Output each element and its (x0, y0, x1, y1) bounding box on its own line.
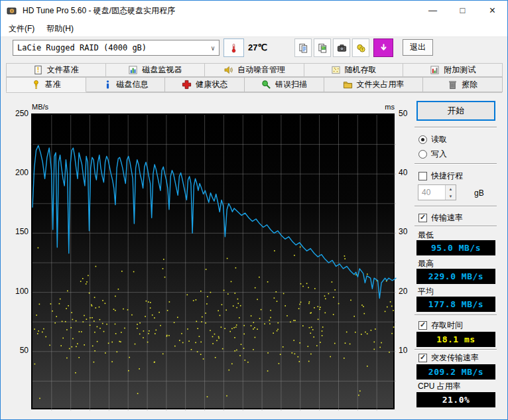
menu-bar: 文件(F) 帮助(H) (1, 21, 507, 37)
temperature-value: 27℃ (248, 42, 267, 52)
spinner-down-icon[interactable]: ▼ (446, 192, 456, 200)
tab-row-top: ! 文件基准 磁盘监视器 自动噪音管理 随机存取 (6, 63, 502, 77)
tab-label: 文件夹占用率 (357, 79, 405, 90)
tab-label: 磁盘监视器 (142, 64, 182, 76)
right-axis-unit: ms (375, 103, 395, 111)
tab-file-benchmark[interactable]: ! 文件基准 (6, 63, 106, 77)
access-time-checkbox[interactable]: 存取时间 (418, 320, 463, 331)
left-axis-tick: 250 (10, 109, 29, 118)
exit-button[interactable]: 退出 (403, 39, 433, 56)
access-time-value: 18.1 ms (416, 332, 495, 347)
minimize-button[interactable]: — (418, 1, 448, 20)
tab-label: 自动噪音管理 (237, 64, 285, 76)
burst-rate-checkbox[interactable]: 突发传输速率 (418, 352, 479, 364)
checkbox-icon (418, 354, 427, 362)
tab-disk-info[interactable]: 磁盘信息 (86, 77, 166, 92)
radio-icon (418, 135, 427, 144)
cpu-usage-value: 21.0% (416, 392, 495, 407)
tab-erase[interactable]: 擦除 (422, 77, 503, 92)
left-axis-unit: MB/s (32, 103, 48, 111)
drive-select[interactable]: LaCie Rugged RAID (4000 gB) ∨ (13, 40, 220, 56)
short-stroke-value: 40 (418, 185, 445, 200)
read-radio-label: 读取 (431, 134, 447, 145)
chevron-down-icon: ∨ (211, 44, 215, 52)
max-value: 229.0 MB/s (416, 269, 495, 284)
short-stroke-checkbox[interactable]: 快捷行程 (418, 171, 463, 182)
avg-label: 平均 (418, 286, 434, 297)
checkbox-icon (418, 172, 427, 180)
temperature-button[interactable] (223, 38, 244, 57)
spinner-up-icon[interactable]: ▲ (446, 185, 456, 192)
left-axis-tick: 100 (10, 287, 29, 296)
noise-management-icon (223, 65, 233, 75)
tab-row-bottom: 基准 磁盘信息 健康状态 错误扫描 (6, 77, 502, 93)
copy-image-button[interactable] (314, 38, 331, 57)
menu-file[interactable]: 文件(F) (3, 21, 40, 37)
transfer-rate-label: 传输速率 (431, 212, 463, 224)
tab-extra-tests[interactable]: 附加测试 (403, 63, 503, 77)
max-label: 最高 (418, 258, 434, 269)
tab-noise-management[interactable]: 自动噪音管理 (204, 63, 304, 77)
left-axis-tick: 150 (10, 227, 29, 236)
benchmark-icon (31, 80, 41, 90)
title-bar: HD Tune Pro 5.60 - 硬盘/固态硬盘实用程序 — □ × (1, 1, 507, 21)
right-axis-tick: 20 (399, 287, 407, 296)
divider (414, 127, 497, 128)
graph-canvas (32, 115, 396, 411)
register-button[interactable] (352, 38, 369, 57)
tab-benchmark[interactable]: 基准 (6, 77, 86, 92)
checkbox-icon (418, 214, 427, 222)
cpu-usage-label: CPU 占用率 (418, 381, 461, 392)
copy-text-button[interactable] (294, 38, 312, 57)
menu-help[interactable]: 帮助(H) (40, 21, 80, 37)
screenshot-button[interactable] (333, 38, 350, 57)
extra-tests-icon (430, 65, 440, 75)
copy-text-icon (298, 43, 308, 53)
tab-disk-monitor[interactable]: 磁盘监视器 (105, 63, 206, 77)
tab-random-access[interactable]: 随机存取 (304, 63, 404, 77)
folder-usage-icon (343, 80, 353, 90)
divider (414, 349, 497, 350)
left-axis-tick: 50 (10, 346, 29, 355)
tab-folder-usage[interactable]: 文件夹占用率 (324, 77, 423, 92)
thermometer-icon (229, 43, 239, 53)
min-label: 最低 (418, 230, 434, 241)
disk-info-icon (103, 80, 113, 90)
camera-icon (337, 43, 347, 53)
drive-select-value: LaCie Rugged RAID (4000 gB) (17, 43, 147, 52)
right-axis-tick: 40 (399, 168, 407, 177)
disk-monitor-icon (128, 65, 138, 75)
burst-rate-value: 209.2 MB/s (416, 364, 495, 380)
divider (414, 163, 497, 165)
maximize-button[interactable]: □ (448, 1, 477, 20)
short-stroke-size-spinner[interactable]: 40 ▲▼ (418, 184, 456, 200)
tab-error-scan[interactable]: 错误扫描 (244, 77, 324, 92)
hdtune-logo-icon (7, 5, 17, 16)
write-radio-label: 写入 (431, 149, 447, 160)
divider (414, 226, 497, 227)
transfer-rate-checkbox[interactable]: 传输速率 (418, 212, 463, 224)
tab-label: 附加测试 (444, 64, 476, 76)
left-axis-tick: 200 (10, 168, 29, 177)
tab-label: 错误扫描 (275, 79, 307, 90)
health-icon (182, 80, 192, 90)
close-button[interactable]: × (477, 1, 507, 20)
right-axis-tick: 30 (399, 227, 407, 236)
write-radio[interactable]: 写入 (418, 149, 447, 160)
tab-label: 文件基准 (47, 64, 79, 76)
burst-rate-label: 突发传输速率 (431, 352, 479, 364)
short-stroke-label: 快捷行程 (431, 171, 463, 182)
tab-health[interactable]: 健康状态 (164, 77, 245, 92)
tab-label: 健康状态 (196, 79, 227, 90)
download-arrow-icon (379, 43, 389, 53)
erase-icon (448, 80, 458, 90)
radio-icon (418, 150, 427, 159)
save-results-button[interactable] (373, 38, 393, 57)
avg-value: 177.8 MB/s (416, 297, 495, 312)
read-radio[interactable]: 读取 (418, 134, 447, 145)
random-access-icon (331, 65, 341, 75)
copy-image-icon (318, 43, 328, 53)
start-button[interactable]: 开始 (416, 101, 495, 121)
start-button-label: 开始 (448, 105, 465, 117)
exit-button-label: 退出 (410, 42, 426, 53)
